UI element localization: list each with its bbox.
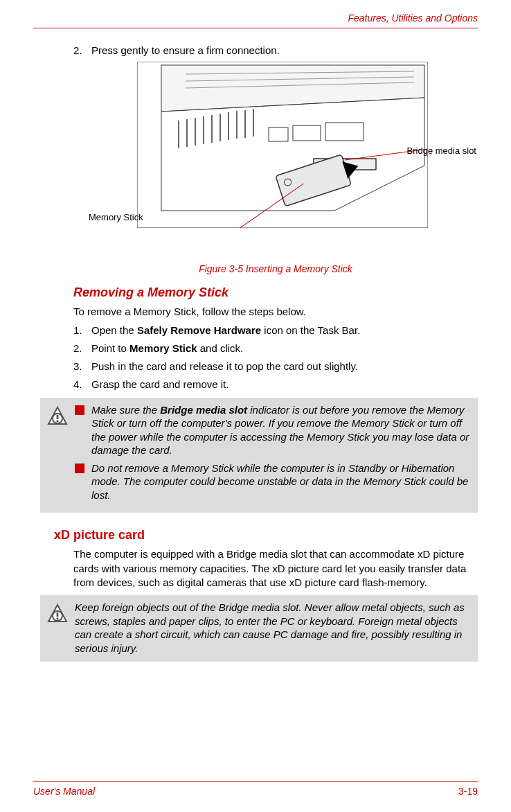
bullet-text: Make sure the Bridge media slot indicato… (91, 403, 471, 457)
svg-rect-28 (57, 415, 59, 419)
t: Make sure the (91, 404, 160, 416)
warning-body: Keep foreign objects out of the Bridge m… (75, 601, 471, 655)
svg-rect-33 (57, 618, 59, 620)
step-text: Push in the card and release it to pop t… (91, 360, 358, 373)
warning-box-1: Make sure the Bridge media slot indicato… (40, 398, 478, 513)
heading-xd: xD picture card (54, 527, 478, 543)
callout-bridge-media-slot: Bridge media slot (407, 145, 476, 157)
footer-row: User's Manual 3-19 (33, 786, 478, 797)
warning-icon-col (47, 601, 75, 655)
step-num: 4. (73, 378, 91, 391)
step-num: 1. (73, 324, 91, 337)
warning-body: Make sure the Bridge media slot indicato… (75, 403, 471, 506)
warning-icon-col (47, 403, 75, 506)
square-bullet-icon (75, 405, 84, 415)
warning-icon (47, 603, 68, 624)
section-title: Features, Utilities and Options (348, 12, 478, 24)
step-text: Open the Safely Remove Hardware icon on … (91, 324, 360, 337)
content: 2. Press gently to ensure a firm connect… (73, 44, 478, 662)
b: Safely Remove Hardware (137, 324, 261, 336)
callout-memory-stick: Memory Stick (89, 211, 143, 224)
b: Memory Stick (129, 342, 197, 354)
footer: User's Manual 3-19 (33, 781, 478, 797)
square-bullet-icon (75, 464, 84, 473)
t: icon on the Task Bar. (261, 324, 360, 336)
step-num: 2. (73, 342, 91, 355)
figure: Bridge media slot Memory Stick (96, 62, 456, 242)
removing-step-1: 1. Open the Safely Remove Hardware icon … (73, 324, 478, 337)
t: Point to (91, 342, 129, 354)
page: Features, Utilities and Options 2. Press… (0, 0, 511, 812)
warning-icon (47, 406, 68, 427)
warning-box-2: Keep foreign objects out of the Bridge m… (40, 595, 478, 662)
figure-caption: Figure 3-5 Inserting a Memory Stick (73, 263, 478, 276)
xd-paragraph: The computer is equipped with a Bridge m… (73, 547, 478, 590)
svg-rect-32 (57, 612, 59, 617)
footer-left: User's Manual (33, 786, 95, 797)
bullet-text: Do not remove a Memory Stick while the c… (91, 461, 471, 502)
footer-right: 3-19 (458, 786, 478, 797)
removing-step-2: 2. Point to Memory Stick and click. (73, 342, 478, 355)
warning-bullet-1: Make sure the Bridge media slot indicato… (75, 403, 471, 457)
step-num: 2. (73, 44, 91, 58)
step-2: 2. Press gently to ensure a firm connect… (73, 44, 478, 58)
step-text: Grasp the card and remove it. (91, 378, 228, 391)
header: Features, Utilities and Options (33, 0, 478, 24)
heading-removing: Removing a Memory Stick (73, 284, 478, 301)
removing-step-4: 4. Grasp the card and remove it. (73, 378, 478, 391)
removing-step-3: 3. Push in the card and release it to po… (73, 360, 478, 373)
b: Bridge media slot (160, 404, 247, 416)
step-num: 3. (73, 360, 91, 373)
footer-rule (33, 781, 478, 782)
t: and click. (197, 342, 244, 354)
header-rule (33, 28, 478, 28)
svg-rect-18 (325, 123, 364, 141)
warning-bullet-2: Do not remove a Memory Stick while the c… (75, 461, 471, 502)
svg-rect-16 (269, 127, 288, 141)
step-text: Press gently to ensure a firm connection… (91, 44, 280, 58)
step-text: Point to Memory Stick and click. (91, 342, 243, 355)
laptop-illustration (137, 62, 428, 228)
removing-intro: To remove a Memory Stick, follow the ste… (73, 305, 478, 319)
svg-rect-17 (293, 125, 321, 141)
svg-rect-29 (57, 420, 59, 422)
t: Open the (91, 324, 137, 336)
